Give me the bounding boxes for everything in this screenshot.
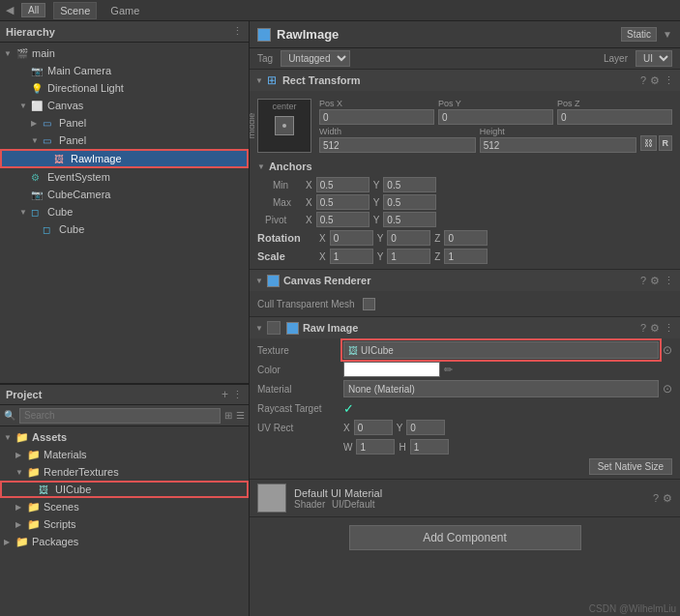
tag-select[interactable]: Untagged: [281, 50, 350, 67]
rot-z-input[interactable]: [444, 230, 488, 246]
raw-image-settings[interactable]: ⚙: [650, 322, 660, 335]
raw-image-help[interactable]: ?: [640, 322, 646, 334]
scale-y-label: Y: [377, 251, 384, 262]
rot-y-input[interactable]: [387, 230, 430, 246]
texture-icon: 🖼: [348, 345, 358, 356]
arrow-cube: ▼: [19, 208, 31, 217]
rot-x-input[interactable]: [330, 230, 373, 246]
rect-anchor-diagram[interactable]: center middle: [257, 99, 311, 153]
scale-x-input[interactable]: [330, 249, 373, 264]
uv-h-label: H: [399, 442, 405, 453]
rect-transform-header[interactable]: ▼ ⊞ Rect Transform ? ⚙ ⋮: [250, 70, 680, 91]
add-component-button[interactable]: Add Component: [349, 525, 581, 550]
material-help-icon[interactable]: ?: [653, 492, 659, 505]
scope-dropdown[interactable]: All: [21, 3, 45, 17]
uvrect-row: UV Rect X Y: [250, 418, 680, 437]
canvas-renderer-menu[interactable]: ⋮: [664, 275, 674, 287]
project-item-rendertextures[interactable]: ▼ 📁 RenderTextures: [0, 463, 249, 481]
scene-tab[interactable]: Scene: [53, 2, 97, 19]
pivot-x-input[interactable]: [316, 212, 370, 227]
anchors-header[interactable]: ▼ Anchors: [257, 157, 672, 176]
pivot-y-input[interactable]: [383, 212, 436, 227]
cull-transparent-cb[interactable]: [363, 298, 375, 310]
texture-select-icon[interactable]: ⊙: [663, 343, 672, 357]
project-assets-header[interactable]: ▼ 📁 Assets: [0, 428, 249, 446]
project-item-scripts[interactable]: ▶ 📁 Scripts: [0, 515, 249, 533]
uv-w-input[interactable]: [356, 439, 395, 455]
static-btn[interactable]: Static: [621, 27, 657, 42]
set-native-size-btn[interactable]: Set Native Size: [589, 458, 672, 475]
project-item-uicube[interactable]: 🖼 UICube: [0, 481, 249, 498]
canvas-renderer-header[interactable]: ▼ Canvas Renderer ? ⚙ ⋮: [250, 270, 680, 291]
rect-menu-icon[interactable]: ⋮: [664, 74, 674, 87]
project-menu-icon[interactable]: ⋮: [232, 389, 243, 401]
project-search-input[interactable]: [19, 408, 221, 424]
scale-y-input[interactable]: [387, 249, 430, 264]
min-x-input[interactable]: [316, 177, 370, 192]
constrain-btn[interactable]: ⛓: [640, 135, 657, 151]
uv-h-input[interactable]: [410, 439, 449, 455]
hierarchy-item-dir-light[interactable]: 💡 Directional Light: [0, 79, 249, 97]
hierarchy-item-panel2[interactable]: ▼ ▭ Panel: [0, 132, 249, 149]
hierarchy-item-main[interactable]: ▼ 🎬 main: [0, 44, 249, 62]
static-dropdown-icon[interactable]: ▼: [663, 29, 672, 40]
cubecamera-label: CubeCamera: [47, 189, 110, 200]
material-select-icon[interactable]: ⊙: [663, 382, 672, 396]
color-swatch[interactable]: [343, 362, 440, 377]
hierarchy-item-eventsystem[interactable]: ⚙ EventSystem: [0, 168, 249, 186]
cull-transparent-label: Cull Transparent Mesh: [257, 299, 355, 309]
tag-label: Tag: [257, 53, 273, 64]
object-enabled-cb[interactable]: [257, 28, 271, 42]
hierarchy-item-rawimage[interactable]: 🖼 RawImage: [0, 149, 249, 168]
color-edit-icon[interactable]: ✏: [444, 364, 453, 376]
native-size-row: Set Native Size: [250, 456, 680, 477]
project-item-packages[interactable]: ▶ 📁 Packages: [0, 533, 249, 550]
canvas-renderer-help[interactable]: ?: [640, 275, 646, 286]
canvas-renderer-settings[interactable]: ⚙: [650, 275, 660, 287]
canvas-renderer-enabled[interactable]: [267, 275, 280, 287]
panel2-icon: ▭: [43, 133, 56, 147]
filter-icon[interactable]: ⊞: [224, 410, 232, 421]
pos-y-input[interactable]: [438, 109, 553, 125]
uv-x-input[interactable]: [354, 420, 393, 435]
max-x-input[interactable]: [316, 194, 370, 210]
rect-settings-icon[interactable]: ⚙: [650, 74, 660, 87]
layer-select[interactable]: UI: [636, 50, 672, 67]
scale-z-input[interactable]: [444, 249, 488, 264]
game-tab[interactable]: Game: [104, 3, 145, 18]
width-input[interactable]: [319, 137, 476, 153]
uv-y-input[interactable]: [406, 420, 445, 435]
rect-help-icon[interactable]: ?: [640, 74, 646, 86]
pos-z-input[interactable]: [557, 109, 672, 125]
material-field[interactable]: None (Material): [343, 380, 659, 397]
pos-x-input[interactable]: [319, 109, 434, 125]
hierarchy-item-cube[interactable]: ▼ ◻ Cube: [0, 203, 249, 220]
height-input[interactable]: [480, 137, 636, 153]
hierarchy-item-cubecamera[interactable]: 📷 CubeCamera: [0, 186, 249, 203]
arrow-left-icon[interactable]: ◀: [6, 4, 14, 16]
rect-anchor-v-label: middle: [250, 113, 256, 139]
canvas-renderer-body: Cull Transparent Mesh: [250, 291, 680, 316]
min-y-input[interactable]: [383, 177, 436, 192]
hierarchy-item-panel1[interactable]: ▶ ▭ Panel: [0, 114, 249, 132]
material-settings-icon[interactable]: ⚙: [663, 492, 672, 505]
project-item-materials[interactable]: ▶ 📁 Materials: [0, 446, 249, 463]
project-plus-icon[interactable]: +: [222, 388, 228, 401]
scale-z-label: Z: [434, 251, 440, 262]
max-y-input[interactable]: [383, 194, 436, 210]
hierarchy-item-canvas[interactable]: ▼ ⬜ Canvas: [0, 97, 249, 114]
raw-image-menu[interactable]: ⋮: [664, 322, 674, 335]
rot-z-label: Z: [434, 233, 440, 244]
view-icon[interactable]: ☰: [236, 410, 245, 421]
texture-field[interactable]: 🖼 UICube: [343, 341, 659, 359]
raw-image-header[interactable]: ▼ Raw Image ? ⚙ ⋮: [250, 317, 680, 338]
texture-row: Texture 🖼 UICube ⊙: [250, 340, 680, 360]
hierarchy-item-main-camera[interactable]: 📷 Main Camera: [0, 62, 249, 79]
hierarchy-menu-icon[interactable]: ⋮: [232, 25, 243, 38]
hierarchy-item-cube-child[interactable]: ◻ Cube: [0, 220, 249, 238]
raw-image-enabled[interactable]: [286, 322, 299, 335]
reset-btn[interactable]: R: [659, 135, 673, 151]
project-item-scenes[interactable]: ▶ 📁 Scenes: [0, 498, 249, 515]
assets-label: Assets: [32, 431, 67, 443]
raycast-check[interactable]: ✓: [343, 401, 354, 416]
